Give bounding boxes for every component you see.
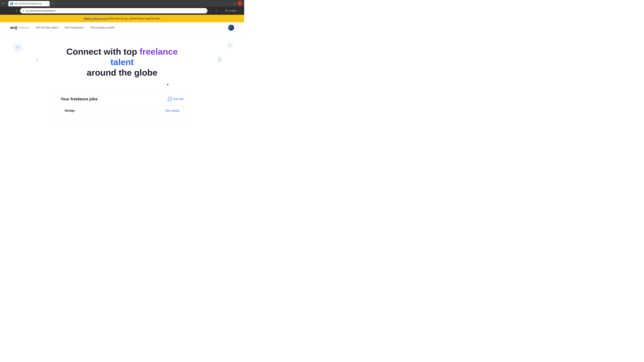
back-btn[interactable]: ← — [2, 8, 7, 13]
jobs-card: Your freelance jobs + Add new Design Vie… — [55, 91, 189, 121]
url-text: arc.dev/freelancers/dashboard — [26, 9, 206, 12]
hero-title-accent1: freelance — [140, 47, 178, 56]
download-btn[interactable]: ↓ — [220, 8, 224, 13]
tab-title: Hire Top Remote Software Dev... — [14, 2, 44, 5]
banner-message: $500 cash for you, $1000 hiring credit f… — [108, 17, 160, 20]
add-new-btn[interactable]: + Add new — [168, 97, 184, 101]
user-avatar[interactable] — [228, 25, 234, 31]
job-name: Design — [65, 109, 75, 112]
address-bar-row: ← → ↻ 🔒 arc.dev/freelancers/dashboard ☆ … — [0, 7, 244, 15]
logo-text: arc() — [10, 25, 17, 30]
java-icon — [34, 56, 41, 64]
new-tab-btn[interactable]: + — [50, 1, 55, 6]
angular-icon — [226, 41, 234, 50]
maximize-btn[interactable]: □ — [232, 1, 237, 6]
tab-bar: A Hire Top Remote Software Dev... ✕ + — [6, 0, 224, 6]
nav-links: Hire full-time talent Hire freelancers E… — [36, 26, 221, 29]
promo-banner: [Refer a friend to Arc] $500 cash for yo… — [0, 15, 244, 22]
svg-point-0 — [226, 10, 227, 11]
browser-window: ▼ A Hire Top Remote Software Dev... ✕ + … — [0, 0, 244, 15]
nav-edit-profile[interactable]: Edit company profile — [90, 26, 115, 29]
nav-hire-freelancers[interactable]: Hire freelancers — [65, 26, 84, 29]
view-details-btn[interactable]: View details — [165, 109, 180, 112]
python-icon — [215, 55, 224, 63]
close-btn[interactable]: ✕ — [238, 1, 242, 6]
hero-section: JS Connect with top freelance ta — [0, 33, 244, 91]
add-icon: + — [168, 97, 172, 101]
address-bar[interactable]: 🔒 arc.dev/freelancers/dashboard — [20, 8, 208, 13]
title-bar: ▼ A Hire Top Remote Software Dev... ✕ + … — [0, 0, 244, 7]
incognito-label: Incognito — [228, 9, 237, 12]
logo-area: arc() Freelance — [10, 25, 29, 30]
window-dropdown-btn[interactable]: ▼ — [2, 2, 4, 5]
hero-title-accent2: talent — [110, 57, 134, 67]
job-item: Design View details — [60, 105, 184, 116]
svg-point-4 — [36, 61, 38, 62]
hero-title-part2: around the globe — [87, 68, 158, 77]
title-bar-controls: ▼ — [2, 2, 5, 5]
hero-title: Connect with top freelance talentaround … — [55, 46, 189, 78]
logo-tag: Freelance — [18, 26, 29, 29]
minimize-btn[interactable]: ─ — [227, 1, 232, 6]
forward-btn[interactable]: → — [8, 8, 13, 13]
extensions-btn[interactable]: ☐ — [214, 8, 219, 13]
nav-header: arc() Freelance Hire full-time talent Hi… — [0, 22, 244, 33]
bookmark-btn[interactable]: ☆ — [209, 8, 214, 13]
svg-marker-1 — [227, 43, 233, 49]
svg-point-3 — [36, 58, 38, 60]
jobs-section-title: Your freelance jobs — [60, 97, 98, 101]
menu-btn[interactable]: ⋮ — [238, 8, 242, 13]
hero-title-part1: Connect with top — [66, 47, 140, 56]
svg-point-6 — [220, 61, 221, 61]
jobs-header: Your freelance jobs + Add new — [60, 97, 184, 101]
refer-link[interactable]: [Refer a friend to Arc] — [84, 17, 108, 20]
tab-favicon: A — [10, 2, 13, 5]
incognito-badge: Incognito — [225, 9, 237, 12]
add-new-label: Add new — [173, 97, 184, 100]
reload-btn[interactable]: ↻ — [14, 8, 19, 13]
active-tab[interactable]: A Hire Top Remote Software Dev... ✕ — [8, 1, 50, 6]
nav-hire-fulltime[interactable]: Hire full-time talent — [36, 26, 58, 29]
js-icon: JS — [13, 42, 23, 52]
tab-close-btn[interactable]: ✕ — [45, 2, 48, 5]
lock-icon: 🔒 — [22, 9, 25, 12]
page-content: [Refer a friend to Arc] $500 cash for yo… — [0, 15, 244, 132]
jobs-section: Your freelance jobs + Add new Design Vie… — [45, 91, 199, 132]
avatar-image — [228, 25, 234, 31]
svg-point-5 — [218, 57, 219, 57]
window-controls: ─ □ ✕ — [227, 1, 242, 6]
address-bar-actions: ☆ ☐ ↓ Incognito ⋮ — [209, 8, 242, 13]
